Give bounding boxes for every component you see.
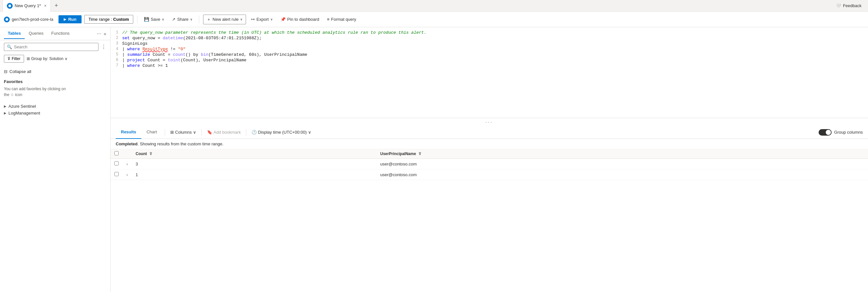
td-expand-2[interactable]: › <box>123 169 132 180</box>
td-checkbox-1[interactable] <box>111 159 123 169</box>
line-content: | project Count = toint(Count), UserPrin… <box>122 58 246 63</box>
pin-to-dashboard-button[interactable]: 📌 Pin to dashboard <box>278 15 322 23</box>
share-button[interactable]: ↗ Share ∨ <box>169 15 195 23</box>
sidebar-more-button[interactable]: ··· <box>97 31 101 37</box>
search-box[interactable]: 🔍 <box>4 43 98 51</box>
results-tab-results[interactable]: Results <box>116 126 142 139</box>
filter-label: Filter <box>12 57 21 61</box>
filter-button[interactable]: ⊽ Filter <box>4 55 24 63</box>
sidebar-tab-bar: Tables Queries Functions ··· « <box>0 27 110 40</box>
tab-close-button[interactable]: × <box>44 4 46 8</box>
collapse-all-button[interactable]: ⊟ Collapse all <box>4 68 31 75</box>
sidebar-tab-queries[interactable]: Queries <box>25 28 48 39</box>
format-label: Format query <box>331 17 356 22</box>
time-range-button[interactable]: Time range : Custom <box>84 15 133 24</box>
favorites-body: You can add favorites by clicking onthe … <box>4 86 106 98</box>
columns-chevron-icon: ∨ <box>193 130 196 135</box>
export-button[interactable]: ↦ Export ∨ <box>249 15 275 23</box>
new-alert-button[interactable]: ＋ New alert rule ∨ <box>203 14 246 24</box>
plus-icon: ＋ <box>207 16 211 23</box>
bookmark-icon: 🔖 <box>207 130 212 135</box>
save-icon: 💾 <box>144 17 149 22</box>
toolbar: gen7tech-prod-core-la ▶ Run Time range :… <box>0 12 868 27</box>
status-bold: Completed <box>116 141 137 146</box>
editor-line-5: 5 | summarize Count = count() by bin(Tim… <box>111 52 868 58</box>
sidebar-filter-row: ⊽ Filter ⊞ Group by: Solution ∨ <box>0 53 110 65</box>
columns-button[interactable]: ⊞ Columns ∨ <box>168 130 199 135</box>
row-checkbox[interactable] <box>114 172 119 176</box>
editor-line-1: 1 // The query_now parameter represents … <box>111 30 868 35</box>
pin-icon: 📌 <box>280 17 286 22</box>
sidebar-tab-tables[interactable]: Tables <box>4 28 25 39</box>
sidebar-search-row: 🔍 ⋮ <box>0 40 110 53</box>
th-count: Count ⊽ <box>132 149 376 159</box>
svg-point-1 <box>5 18 8 21</box>
td-expand-1[interactable]: › <box>123 159 132 169</box>
feedback-button[interactable]: 🤍 Feedback <box>832 3 865 8</box>
select-all-checkbox[interactable] <box>114 151 119 155</box>
line-number: 5 <box>111 52 122 57</box>
columns-label: Columns <box>175 130 192 135</box>
new-tab-button[interactable]: + <box>52 1 61 10</box>
status-text: . Showing results from the custom time r… <box>137 141 223 146</box>
results-status: Completed. Showing results from the cust… <box>111 139 868 149</box>
td-count-2: 1 <box>132 169 376 180</box>
line-content: // The query_now parameter represents th… <box>122 30 426 35</box>
toggle-knob <box>826 130 831 135</box>
tree-arrow-icon: ▶ <box>4 111 6 115</box>
line-number: 1 <box>111 30 122 35</box>
th-expand <box>123 149 132 159</box>
count-filter-icon[interactable]: ⊽ <box>150 152 152 156</box>
results-table: Count ⊽ UserPrincipalName ⊽ <box>111 149 868 180</box>
search-input[interactable] <box>14 44 96 49</box>
results-tab-chart[interactable]: Chart <box>142 126 162 139</box>
pin-label: Pin to dashboard <box>287 17 319 22</box>
new-alert-chevron-icon: ∨ <box>240 17 242 21</box>
run-button[interactable]: ▶ Run <box>59 15 82 23</box>
group-label: Group by: Solution <box>31 57 63 61</box>
format-icon: ≡ <box>327 17 330 22</box>
line-number: 2 <box>111 36 122 40</box>
query-tab[interactable]: New Query 1* × <box>3 0 51 12</box>
results-tab-separator <box>165 129 165 136</box>
save-chevron-icon: ∨ <box>162 17 164 21</box>
save-label: Save <box>151 17 160 22</box>
group-chevron-icon: ∨ <box>65 57 68 61</box>
tab-bar: New Query 1* × + 🤍 Feedback <box>0 0 868 12</box>
format-query-button[interactable]: ≡ Format query <box>324 15 359 23</box>
toolbar-separator-1 <box>137 15 137 23</box>
display-time-button[interactable]: 🕐 Display time (UTC+00:00) ∨ <box>249 130 314 135</box>
tree-item-label: LogManagement <box>8 111 40 115</box>
panel-resize-handle[interactable]: ··· <box>111 118 868 126</box>
line-content: | summarize Count = count() by bin(TimeG… <box>122 52 307 57</box>
search-more-button[interactable]: ⋮ <box>101 44 106 50</box>
group-icon: ⊞ <box>27 57 30 61</box>
group-columns-toggle[interactable] <box>818 129 832 136</box>
toolbar-separator-2 <box>199 15 199 23</box>
code-editor[interactable]: 1 // The query_now parameter represents … <box>111 27 868 118</box>
save-button[interactable]: 💾 Save ∨ <box>142 15 167 23</box>
favorites-header: Favorites <box>4 79 106 84</box>
columns-icon: ⊞ <box>170 130 174 135</box>
tree-item-azure-sentinel[interactable]: ▶ Azure Sentinel <box>4 103 106 110</box>
sidebar-collapse-button[interactable]: « <box>104 31 106 36</box>
add-bookmark-label: Add bookmark <box>214 130 241 135</box>
results-tab-separator-2 <box>202 129 202 136</box>
svg-point-0 <box>8 5 11 7</box>
add-bookmark-button[interactable]: 🔖 Add bookmark <box>205 130 243 135</box>
td-checkbox-2[interactable] <box>111 169 123 180</box>
share-label: Share <box>177 17 188 22</box>
th-select-all[interactable] <box>111 149 123 159</box>
editor-line-6: 6 | project Count = toint(Count), UserPr… <box>111 58 868 63</box>
editor-line-4: 4 | where ResultType != "0" <box>111 46 868 52</box>
upn-filter-icon[interactable]: ⊽ <box>418 152 421 156</box>
display-time-chevron-icon: ∨ <box>308 130 311 135</box>
tab-title: New Query 1* <box>14 3 41 8</box>
sidebar-tab-functions[interactable]: Functions <box>48 28 73 39</box>
th-user-principal-name: UserPrincipalName ⊽ <box>376 149 868 159</box>
group-by-button[interactable]: ⊞ Group by: Solution ∨ <box>27 57 68 61</box>
tree-item-log-management[interactable]: ▶ LogManagement <box>4 110 106 116</box>
export-icon: ↦ <box>251 17 255 22</box>
line-number: 4 <box>111 47 122 51</box>
row-checkbox[interactable] <box>114 161 119 166</box>
